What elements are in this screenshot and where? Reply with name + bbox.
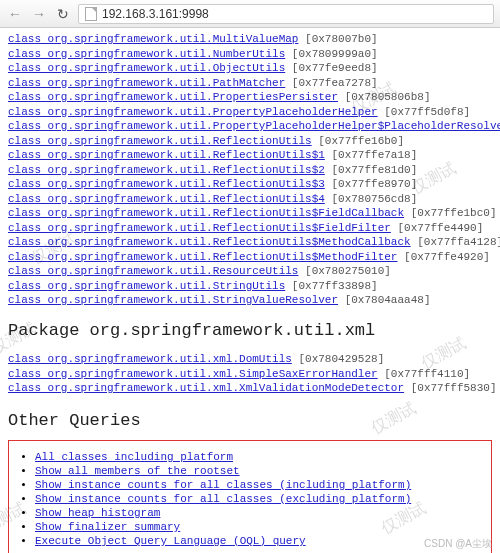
forward-button[interactable]: → [30,5,48,23]
class-address: [0x780756cd8] [325,193,417,205]
class-line: class org.springframework.util.Reflectio… [8,221,492,235]
query-item: Show instance counts for all classes (ex… [35,493,485,505]
query-item: Show heap histogram [35,507,485,519]
class-link[interactable]: class org.springframework.util.PropertyP… [8,120,500,132]
query-item: Show instance counts for all classes (in… [35,479,485,491]
class-address: [0x7805806b8] [338,91,430,103]
class-line: class org.springframework.util.Reflectio… [8,192,492,206]
class-address: [0x77ffe4920] [397,251,489,263]
class-address: [0x77ffe16b0] [312,135,404,147]
page-content: 仅测试 仅测试 仅测试 仅测试 仅测试 仅测试 仅测试 仅测试 class or… [0,28,500,553]
class-line: class org.springframework.util.xml.XmlVa… [8,381,492,395]
query-item: Show finalizer summary [35,521,485,533]
class-link[interactable]: class org.springframework.util.Reflectio… [8,149,325,161]
class-link[interactable]: class org.springframework.util.StringVal… [8,294,338,306]
query-link[interactable]: Show instance counts for all classes (ex… [35,493,411,505]
class-link[interactable]: class org.springframework.util.NumberUti… [8,48,285,60]
class-address: [0x7809999a0] [285,48,377,60]
class-address: [0x77ffe8970] [325,178,417,190]
query-link[interactable]: Show instance counts for all classes (in… [35,479,411,491]
class-link[interactable]: class org.springframework.util.Reflectio… [8,178,325,190]
other-queries-box: All classes including platformShow all m… [8,440,492,553]
class-line: class org.springframework.util.Reflectio… [8,177,492,191]
class-line: class org.springframework.util.Reflectio… [8,134,492,148]
other-queries-heading: Other Queries [8,411,492,430]
query-item: Show all members of the rootset [35,465,485,477]
query-item: All classes including platform [35,451,485,463]
class-line: class org.springframework.util.xml.DomUt… [8,352,492,366]
class-link[interactable]: class org.springframework.util.Reflectio… [8,193,325,205]
class-line: class org.springframework.util.Reflectio… [8,235,492,249]
class-link[interactable]: class org.springframework.util.Propertie… [8,91,338,103]
class-line: class org.springframework.util.Reflectio… [8,206,492,220]
reload-button[interactable]: ↻ [54,5,72,23]
class-link[interactable]: class org.springframework.util.xml.Simpl… [8,368,378,380]
back-button[interactable]: ← [6,5,24,23]
url-bar[interactable]: 192.168.3.161:9998 [78,4,494,24]
class-address: [0x78007b0] [298,33,377,45]
class-address: [0x780275010] [298,265,390,277]
class-line: class org.springframework.util.Reflectio… [8,250,492,264]
class-line: class org.springframework.util.StringUti… [8,279,492,293]
class-address: [0x77ff33898] [285,280,377,292]
class-link[interactable]: class org.springframework.util.PathMatch… [8,77,285,89]
class-address: [0x77ffe4490] [391,222,483,234]
class-address: [0x7804aaa48] [338,294,430,306]
class-link[interactable]: class org.springframework.util.PropertyP… [8,106,378,118]
class-address: [0x77fff4110] [378,368,470,380]
class-line: class org.springframework.util.xml.Simpl… [8,367,492,381]
class-line: class org.springframework.util.MultiValu… [8,32,492,46]
class-link[interactable]: class org.springframework.util.Reflectio… [8,236,411,248]
class-address: [0x77fe9eed8] [285,62,377,74]
class-line: class org.springframework.util.Reflectio… [8,148,492,162]
class-address: [0x77fff5830] [404,382,496,394]
class-link[interactable]: class org.springframework.util.ObjectUti… [8,62,285,74]
class-line: class org.springframework.util.PropertyP… [8,119,492,133]
url-text: 192.168.3.161:9998 [102,7,209,21]
class-address: [0x780429528] [292,353,384,365]
class-link[interactable]: class org.springframework.util.Reflectio… [8,251,397,263]
class-address: [0x77ff5d0f8] [378,106,470,118]
class-line: class org.springframework.util.ObjectUti… [8,61,492,75]
class-line: class org.springframework.util.Propertie… [8,90,492,104]
class-link[interactable]: class org.springframework.util.xml.XmlVa… [8,382,404,394]
class-list: class org.springframework.util.MultiValu… [8,32,492,307]
xml-class-list: class org.springframework.util.xml.DomUt… [8,352,492,395]
class-address: [0x77fea7278] [285,77,377,89]
query-item: Execute Object Query Language (OQL) quer… [35,535,485,547]
class-link[interactable]: class org.springframework.util.Reflectio… [8,222,391,234]
package-heading: Package org.springframework.util.xml [8,321,492,340]
class-line: class org.springframework.util.NumberUti… [8,47,492,61]
class-line: class org.springframework.util.StringVal… [8,293,492,307]
class-line: class org.springframework.util.Reflectio… [8,163,492,177]
query-link[interactable]: Show heap histogram [35,507,160,519]
class-link[interactable]: class org.springframework.util.Reflectio… [8,207,404,219]
query-link[interactable]: Execute Object Query Language (OQL) quer… [35,535,306,547]
class-link[interactable]: class org.springframework.util.StringUti… [8,280,285,292]
query-link[interactable]: Show finalizer summary [35,521,180,533]
class-address: [0x77ffe1bc0] [404,207,496,219]
footer-credit: CSDN @A尘埃 [424,537,492,551]
query-link[interactable]: Show all members of the rootset [35,465,240,477]
class-link[interactable]: class org.springframework.util.Reflectio… [8,135,312,147]
class-address: [0x77ffa4128] [411,236,500,248]
class-address: [0x77ffe7a18] [325,149,417,161]
class-address: [0x77ffe81d0] [325,164,417,176]
class-link[interactable]: class org.springframework.util.Reflectio… [8,164,325,176]
browser-toolbar: ← → ↻ 192.168.3.161:9998 [0,0,500,28]
query-link[interactable]: All classes including platform [35,451,233,463]
class-line: class org.springframework.util.ResourceU… [8,264,492,278]
class-link[interactable]: class org.springframework.util.ResourceU… [8,265,298,277]
page-icon [85,7,97,21]
class-link[interactable]: class org.springframework.util.xml.DomUt… [8,353,292,365]
class-link[interactable]: class org.springframework.util.MultiValu… [8,33,298,45]
class-line: class org.springframework.util.PathMatch… [8,76,492,90]
class-line: class org.springframework.util.PropertyP… [8,105,492,119]
other-queries-list: All classes including platformShow all m… [35,451,485,547]
